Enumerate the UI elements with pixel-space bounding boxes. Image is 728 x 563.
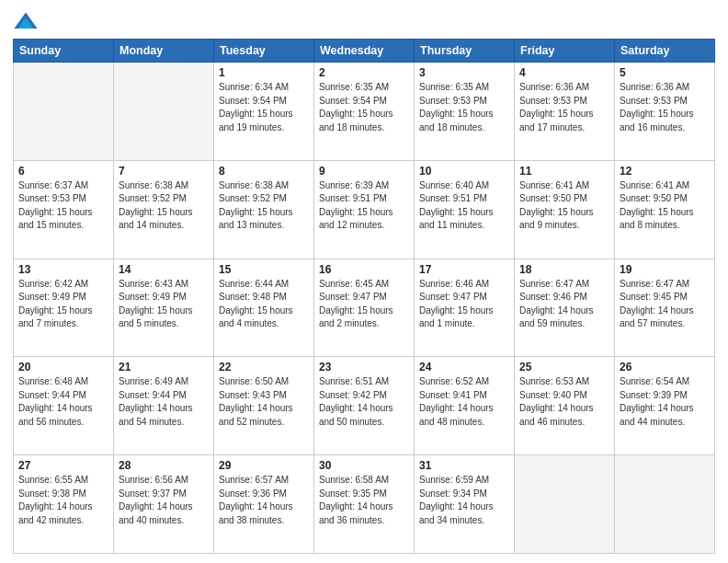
day-cell: 29Sunrise: 6:57 AM Sunset: 9:36 PM Dayli… <box>214 455 314 554</box>
header-row: SundayMondayTuesdayWednesdayThursdayFrid… <box>14 40 715 63</box>
day-info: Sunrise: 6:38 AM Sunset: 9:52 PM Dayligh… <box>219 179 309 233</box>
day-cell: 16Sunrise: 6:45 AM Sunset: 9:47 PM Dayli… <box>314 259 415 357</box>
day-number: 15 <box>219 263 309 276</box>
day-number: 22 <box>219 361 309 373</box>
day-header-saturday: Saturday <box>615 40 715 63</box>
day-cell <box>14 63 114 161</box>
day-cell: 7Sunrise: 6:38 AM Sunset: 9:52 PM Daylig… <box>114 160 214 259</box>
day-number: 27 <box>18 459 108 472</box>
day-info: Sunrise: 6:36 AM Sunset: 9:53 PM Dayligh… <box>519 81 609 134</box>
day-number: 25 <box>519 361 609 373</box>
day-cell: 23Sunrise: 6:51 AM Sunset: 9:42 PM Dayli… <box>314 357 415 455</box>
day-cell: 13Sunrise: 6:42 AM Sunset: 9:49 PM Dayli… <box>14 259 114 357</box>
day-info: Sunrise: 6:54 AM Sunset: 9:39 PM Dayligh… <box>620 375 710 429</box>
day-number: 14 <box>119 263 209 276</box>
day-cell: 3Sunrise: 6:35 AM Sunset: 9:53 PM Daylig… <box>415 63 515 161</box>
day-info: Sunrise: 6:37 AM Sunset: 9:53 PM Dayligh… <box>18 179 108 233</box>
day-cell: 2Sunrise: 6:35 AM Sunset: 9:54 PM Daylig… <box>314 63 415 161</box>
day-info: Sunrise: 6:41 AM Sunset: 9:50 PM Dayligh… <box>519 179 609 233</box>
day-cell: 10Sunrise: 6:40 AM Sunset: 9:51 PM Dayli… <box>415 160 515 259</box>
day-cell: 24Sunrise: 6:52 AM Sunset: 9:41 PM Dayli… <box>415 357 515 455</box>
day-info: Sunrise: 6:55 AM Sunset: 9:38 PM Dayligh… <box>18 474 108 527</box>
day-info: Sunrise: 6:52 AM Sunset: 9:41 PM Dayligh… <box>419 375 509 429</box>
day-info: Sunrise: 6:50 AM Sunset: 9:43 PM Dayligh… <box>219 375 309 429</box>
day-info: Sunrise: 6:49 AM Sunset: 9:44 PM Dayligh… <box>119 375 209 429</box>
day-number: 5 <box>620 66 710 79</box>
day-info: Sunrise: 6:35 AM Sunset: 9:53 PM Dayligh… <box>419 81 509 134</box>
day-cell: 15Sunrise: 6:44 AM Sunset: 9:48 PM Dayli… <box>214 259 314 357</box>
day-header-friday: Friday <box>515 40 615 63</box>
day-cell: 11Sunrise: 6:41 AM Sunset: 9:50 PM Dayli… <box>515 160 615 259</box>
day-info: Sunrise: 6:57 AM Sunset: 9:36 PM Dayligh… <box>219 474 309 527</box>
day-info: Sunrise: 6:42 AM Sunset: 9:49 PM Dayligh… <box>18 278 108 331</box>
day-header-tuesday: Tuesday <box>214 40 314 63</box>
day-cell: 27Sunrise: 6:55 AM Sunset: 9:38 PM Dayli… <box>14 455 114 554</box>
day-info: Sunrise: 6:35 AM Sunset: 9:54 PM Dayligh… <box>319 81 409 134</box>
day-number: 13 <box>18 263 108 276</box>
day-number: 7 <box>119 165 209 178</box>
day-number: 9 <box>319 165 409 178</box>
day-cell <box>615 455 715 554</box>
day-info: Sunrise: 6:58 AM Sunset: 9:35 PM Dayligh… <box>319 474 409 527</box>
day-info: Sunrise: 6:44 AM Sunset: 9:48 PM Dayligh… <box>219 278 309 331</box>
day-number: 29 <box>219 459 309 472</box>
day-number: 8 <box>219 165 309 178</box>
header <box>13 9 715 35</box>
day-cell: 22Sunrise: 6:50 AM Sunset: 9:43 PM Dayli… <box>214 357 314 455</box>
day-number: 4 <box>519 66 609 79</box>
week-row-3: 13Sunrise: 6:42 AM Sunset: 9:49 PM Dayli… <box>14 259 715 357</box>
page: SundayMondayTuesdayWednesdayThursdayFrid… <box>0 0 728 563</box>
day-info: Sunrise: 6:51 AM Sunset: 9:42 PM Dayligh… <box>319 375 409 429</box>
day-number: 30 <box>319 459 409 472</box>
day-header-sunday: Sunday <box>14 40 114 63</box>
day-cell: 31Sunrise: 6:59 AM Sunset: 9:34 PM Dayli… <box>415 455 515 554</box>
day-info: Sunrise: 6:36 AM Sunset: 9:53 PM Dayligh… <box>620 81 710 134</box>
day-number: 19 <box>620 263 710 276</box>
day-cell: 4Sunrise: 6:36 AM Sunset: 9:53 PM Daylig… <box>515 63 615 161</box>
day-cell: 6Sunrise: 6:37 AM Sunset: 9:53 PM Daylig… <box>14 160 114 259</box>
day-cell: 26Sunrise: 6:54 AM Sunset: 9:39 PM Dayli… <box>615 357 715 455</box>
day-cell: 21Sunrise: 6:49 AM Sunset: 9:44 PM Dayli… <box>114 357 214 455</box>
day-info: Sunrise: 6:39 AM Sunset: 9:51 PM Dayligh… <box>319 179 409 233</box>
logo <box>13 9 42 35</box>
day-cell: 18Sunrise: 6:47 AM Sunset: 9:46 PM Dayli… <box>515 259 615 357</box>
day-header-thursday: Thursday <box>415 40 515 63</box>
day-info: Sunrise: 6:45 AM Sunset: 9:47 PM Dayligh… <box>319 278 409 331</box>
week-row-5: 27Sunrise: 6:55 AM Sunset: 9:38 PM Dayli… <box>14 455 715 554</box>
day-cell <box>114 63 214 161</box>
day-info: Sunrise: 6:40 AM Sunset: 9:51 PM Dayligh… <box>419 179 509 233</box>
day-cell: 28Sunrise: 6:56 AM Sunset: 9:37 PM Dayli… <box>114 455 214 554</box>
day-number: 31 <box>419 459 509 472</box>
day-cell: 20Sunrise: 6:48 AM Sunset: 9:44 PM Dayli… <box>14 357 114 455</box>
day-number: 26 <box>620 361 710 373</box>
week-row-1: 1Sunrise: 6:34 AM Sunset: 9:54 PM Daylig… <box>14 63 715 161</box>
day-number: 11 <box>519 165 609 178</box>
day-cell: 12Sunrise: 6:41 AM Sunset: 9:50 PM Dayli… <box>615 160 715 259</box>
day-cell: 17Sunrise: 6:46 AM Sunset: 9:47 PM Dayli… <box>415 259 515 357</box>
day-number: 12 <box>620 165 710 178</box>
day-cell: 19Sunrise: 6:47 AM Sunset: 9:45 PM Dayli… <box>615 259 715 357</box>
day-number: 23 <box>319 361 409 373</box>
day-number: 18 <box>519 263 609 276</box>
day-info: Sunrise: 6:34 AM Sunset: 9:54 PM Dayligh… <box>219 81 309 134</box>
day-number: 21 <box>119 361 209 373</box>
calendar-table: SundayMondayTuesdayWednesdayThursdayFrid… <box>13 39 715 554</box>
day-number: 6 <box>18 165 108 178</box>
day-info: Sunrise: 6:48 AM Sunset: 9:44 PM Dayligh… <box>18 375 108 429</box>
day-number: 17 <box>419 263 509 276</box>
day-number: 3 <box>419 66 509 79</box>
day-info: Sunrise: 6:41 AM Sunset: 9:50 PM Dayligh… <box>620 179 710 233</box>
day-info: Sunrise: 6:56 AM Sunset: 9:37 PM Dayligh… <box>119 474 209 527</box>
day-cell <box>515 455 615 554</box>
day-cell: 1Sunrise: 6:34 AM Sunset: 9:54 PM Daylig… <box>214 63 314 161</box>
day-number: 1 <box>219 66 309 79</box>
day-number: 10 <box>419 165 509 178</box>
day-number: 2 <box>319 66 409 79</box>
day-cell: 9Sunrise: 6:39 AM Sunset: 9:51 PM Daylig… <box>314 160 415 259</box>
day-info: Sunrise: 6:47 AM Sunset: 9:46 PM Dayligh… <box>519 278 609 331</box>
day-header-monday: Monday <box>114 40 214 63</box>
day-cell: 30Sunrise: 6:58 AM Sunset: 9:35 PM Dayli… <box>314 455 415 554</box>
logo-icon <box>13 9 39 35</box>
day-cell: 5Sunrise: 6:36 AM Sunset: 9:53 PM Daylig… <box>615 63 715 161</box>
day-info: Sunrise: 6:43 AM Sunset: 9:49 PM Dayligh… <box>119 278 209 331</box>
